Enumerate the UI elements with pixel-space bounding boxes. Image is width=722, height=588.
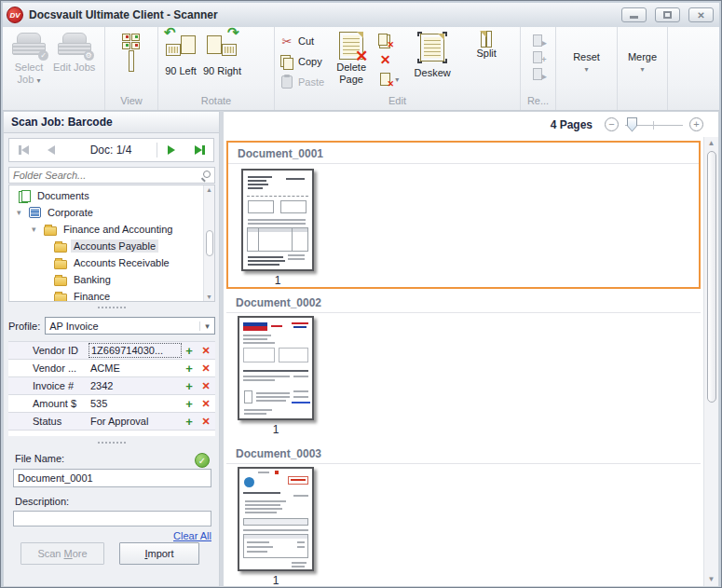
close-button[interactable]: ✕ xyxy=(688,7,714,22)
tree-item-accounts-receivable[interactable]: Accounts Receivable xyxy=(9,254,203,271)
field-value[interactable]: For Approval xyxy=(89,415,182,428)
document-group-2[interactable]: Document_0002 xyxy=(226,292,701,439)
scroll-up-icon[interactable]: ▲ xyxy=(708,139,715,147)
last-doc-icon xyxy=(195,145,202,155)
doc-navigator: Doc: 1/4 xyxy=(8,138,214,162)
scroll-down-icon[interactable]: ▼ xyxy=(708,575,715,583)
page-thumbnail[interactable] xyxy=(238,316,314,420)
last-doc-button[interactable] xyxy=(185,139,213,161)
scan-more-button[interactable]: Scan More xyxy=(20,542,104,565)
document-group-1[interactable]: Document_0001 xyxy=(226,141,701,289)
tree-item-accounts-payable[interactable]: Accounts Payable xyxy=(9,238,203,254)
add-value-icon[interactable]: + xyxy=(182,344,197,358)
rotate-right-button[interactable]: ↷ 90 Right xyxy=(203,32,241,77)
field-row-status[interactable]: Status For Approval + ✕ xyxy=(8,413,215,431)
split-button[interactable]: Split xyxy=(466,32,507,60)
delete-value-icon[interactable]: ✕ xyxy=(197,345,215,357)
reset-button[interactable]: Reset ▾ xyxy=(573,51,600,75)
delete-more-button[interactable]: ✕ xyxy=(378,73,392,87)
field-value[interactable]: 2342 xyxy=(89,379,182,392)
pages-panel: 4 Pages − + Document_0001 xyxy=(224,111,719,587)
import-button[interactable]: Import xyxy=(119,542,199,565)
tree-item-corporate[interactable]: ▾ Corporate xyxy=(9,204,203,221)
pages-scrollbar-thumb[interactable] xyxy=(707,151,716,403)
field-value[interactable]: 1Z669714030... xyxy=(89,343,182,358)
panel-splitter[interactable] xyxy=(98,442,126,444)
scroll-up-icon[interactable]: ▲ xyxy=(206,186,212,193)
field-value[interactable]: 535 xyxy=(89,397,182,410)
add-value-icon[interactable]: + xyxy=(182,362,197,376)
add-value-icon[interactable]: + xyxy=(182,397,197,411)
zoom-out-button[interactable]: − xyxy=(605,117,619,131)
page-thumbnail[interactable] xyxy=(238,467,314,571)
copy-icon xyxy=(279,55,294,68)
collapse-arrow-icon[interactable]: ▾ xyxy=(17,208,25,217)
clear-all-link[interactable]: Clear All xyxy=(173,530,211,541)
panel-splitter[interactable] xyxy=(98,307,126,308)
next-doc-button[interactable] xyxy=(157,139,185,161)
rotate-group-label: Rotate xyxy=(158,95,274,110)
tree-item-finance-and-accounting[interactable]: ▾ Finance and Accounting xyxy=(9,221,203,238)
main-area: Scan Job: Barcode Doc: 1/4 Documents xyxy=(3,111,719,587)
field-row-vendor-id[interactable]: Vendor ID 1Z669714030... + ✕ xyxy=(8,342,215,360)
rescan-replace-button[interactable]: ▸ xyxy=(532,67,545,80)
rescan-group-label: Re... xyxy=(521,95,555,110)
tree-scrollbar-thumb[interactable] xyxy=(206,230,213,256)
document-group-3[interactable]: Document_0003 xyxy=(226,443,701,587)
tree-item-documents[interactable]: Documents xyxy=(9,187,203,204)
zoom-slider[interactable] xyxy=(625,117,683,132)
add-value-icon[interactable]: + xyxy=(182,415,197,429)
pages-scrollbar[interactable]: ▲ ▼ xyxy=(703,137,718,586)
delete-document-button[interactable]: ✕ xyxy=(378,53,392,67)
tree-item-banking[interactable]: Banking xyxy=(9,271,203,288)
delete-value-icon[interactable]: ✕ xyxy=(197,362,215,375)
tree-item-finance[interactable]: Finance xyxy=(9,288,203,301)
field-row-amount[interactable]: Amount $ 535 + ✕ xyxy=(8,395,215,413)
field-value[interactable]: ACME xyxy=(89,362,182,375)
select-job-button[interactable]: ✓ Select Job ▾ xyxy=(8,32,49,87)
tree-scrollbar[interactable]: ▲ ▼ xyxy=(203,185,214,301)
tree-item-label: Accounts Payable xyxy=(71,239,158,253)
page-thumbnail[interactable] xyxy=(241,169,314,271)
rescan-page-button[interactable]: ▸ xyxy=(532,34,545,47)
window-title: Docsvault Ultimate Client - Scanner xyxy=(29,8,613,21)
cut-button[interactable]: ✂Cut xyxy=(279,32,324,50)
collapse-arrow-icon[interactable]: ▾ xyxy=(32,225,40,234)
rescan-insert-button[interactable]: + xyxy=(532,50,545,63)
folder-search-input[interactable] xyxy=(13,170,201,181)
merge-button[interactable]: Merge ▾ xyxy=(628,51,657,75)
add-value-icon[interactable]: + xyxy=(182,379,197,393)
dropdown-icon: ▾ xyxy=(36,76,40,85)
paste-button[interactable]: Paste xyxy=(279,73,324,91)
copy-button[interactable]: Copy xyxy=(279,52,324,71)
field-row-vendor-name[interactable]: Vendor ... ACME + ✕ xyxy=(8,360,215,377)
prev-doc-button[interactable] xyxy=(37,139,65,161)
delete-value-icon[interactable]: ✕ xyxy=(197,380,215,392)
minimize-button[interactable] xyxy=(621,7,647,22)
zoom-in-button[interactable]: + xyxy=(689,117,703,131)
delete-value-icon[interactable]: ✕ xyxy=(197,398,215,410)
zoom-slider-thumb[interactable] xyxy=(627,117,637,132)
rotate-left-button[interactable]: ↶ 90 Left xyxy=(164,32,198,77)
first-doc-button[interactable] xyxy=(9,139,37,161)
delete-dropdown-icon[interactable]: ▾ xyxy=(395,75,399,84)
paste-icon xyxy=(281,75,293,89)
delete-all-pages-button[interactable]: ✕ xyxy=(378,34,392,48)
search-icon[interactable] xyxy=(201,171,211,180)
deskew-button[interactable]: Deskew xyxy=(406,32,458,79)
file-name-input[interactable] xyxy=(13,469,211,487)
edit-jobs-button[interactable]: ⚙ Edit Jobs xyxy=(53,32,95,74)
page-number: 1 xyxy=(241,274,314,287)
description-input[interactable] xyxy=(13,511,211,526)
maximize-button[interactable] xyxy=(655,7,680,22)
scanner-check-icon: ✓ xyxy=(11,32,47,60)
view-page-button[interactable] xyxy=(129,53,134,70)
profile-select[interactable]: AP Invoice ▾ xyxy=(45,317,215,335)
delete-value-icon[interactable]: ✕ xyxy=(197,416,215,428)
delete-page-button[interactable]: ✕ Delete Page xyxy=(332,32,371,86)
select-job-label: Select Job ▾ xyxy=(8,62,49,87)
field-row-invoice-number[interactable]: Invoice # 2342 + ✕ xyxy=(8,377,215,395)
scroll-down-icon[interactable]: ▼ xyxy=(206,294,212,300)
rotate-right-icon: ↷ xyxy=(205,32,238,62)
index-fields-table: Vendor ID 1Z669714030... + ✕ Vendor ... … xyxy=(8,341,215,436)
